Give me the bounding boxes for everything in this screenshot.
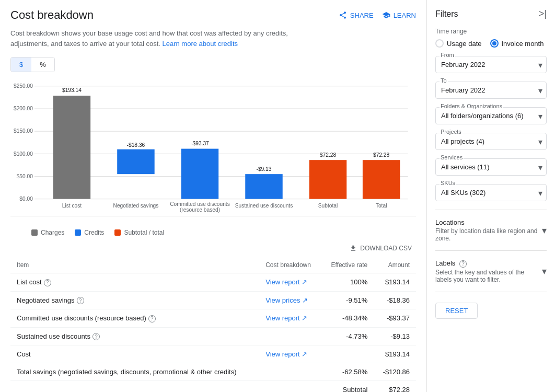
reset-button[interactable]: RESET — [435, 303, 478, 319]
skus-section: SKUs All SKUs (302) ▾ — [435, 184, 547, 201]
time-range-section: Time range Usage date Invoice month — [435, 28, 547, 48]
page-title: Cost breakdown — [10, 8, 94, 22]
table-section: DOWNLOAD CSV Item Cost breakdown Effecti… — [10, 243, 416, 392]
skus-label: SKUs — [440, 180, 456, 186]
to-section: To February 2022 ▾ — [435, 82, 547, 99]
skus-select[interactable]: All SKUs (302) — [435, 184, 547, 201]
bar-subtotal[interactable] — [309, 160, 346, 199]
svg-text:$200.00: $200.00 — [14, 105, 33, 111]
help-icon[interactable]: ? — [77, 297, 84, 304]
learn-button[interactable]: LEARN — [382, 11, 416, 19]
view-link[interactable]: View report ↗ — [265, 314, 307, 322]
labels-filter[interactable]: Labels ? Select the key and values of th… — [435, 257, 547, 285]
labels-chevron-icon: ▾ — [542, 266, 547, 277]
legend-credits: Credits — [75, 229, 104, 236]
cell-breakdown — [259, 363, 321, 381]
cost-table: Item Cost breakdown Effective rate Amoun… — [10, 257, 416, 392]
services-section: Services All services (11) ▾ — [435, 158, 547, 176]
legend-subtotal: Subtotal / total — [114, 229, 164, 236]
download-csv-button[interactable]: DOWNLOAD CSV — [345, 243, 416, 254]
cell-item: Cost — [10, 345, 259, 363]
col-rate: Effective rate — [321, 257, 374, 273]
subtotal-dot — [114, 229, 121, 236]
svg-text:Subtotal: Subtotal — [318, 202, 338, 209]
col-item: Item — [10, 257, 259, 273]
table-row: Committed use discounts (resource based)… — [10, 309, 416, 328]
cell-breakdown: View report ↗ — [259, 273, 321, 292]
cell-amount: -$18.36 — [374, 291, 416, 309]
table-header-row: Item Cost breakdown Effective rate Amoun… — [10, 257, 416, 273]
table-row: Negotiated savings?View prices ↗-9.51%-$… — [10, 291, 416, 309]
cell-breakdown: View report ↗ — [259, 345, 321, 363]
svg-text:$150.00: $150.00 — [14, 128, 33, 134]
header-actions: SHARE LEARN — [339, 11, 416, 19]
col-amount: Amount — [374, 257, 416, 273]
skus-select-wrapper: SKUs All SKUs (302) ▾ — [435, 184, 547, 201]
projects-section: Projects All projects (4) ▾ — [435, 133, 547, 150]
locations-filter[interactable]: Locations Filter by location data like r… — [435, 216, 547, 244]
cell-item: Committed use discounts (resource based)… — [10, 309, 259, 328]
cell-breakdown: View report ↗ — [259, 309, 321, 328]
svg-text:$193.14: $193.14 — [62, 86, 82, 93]
bar-negotiated-savings[interactable] — [117, 149, 154, 174]
collapse-icon[interactable]: >| — [539, 8, 547, 19]
bar-committed-discounts[interactable] — [181, 149, 218, 199]
credits-link[interactable]: Learn more about credits — [163, 40, 238, 48]
svg-text:-$18.36: -$18.36 — [127, 142, 145, 148]
svg-text:$0.00: $0.00 — [19, 195, 33, 202]
table-row: List cost?View report ↗100%$193.14 — [10, 273, 416, 292]
chart-area: $250.00 $200.00 $150.00 $100.00 $50.00 $… — [10, 80, 416, 216]
usage-date-option[interactable]: Usage date — [435, 39, 482, 48]
svg-text:List cost: List cost — [62, 202, 82, 209]
services-select[interactable]: All services (11) — [435, 158, 547, 176]
description: Cost breakdown shows your base usage cos… — [10, 28, 303, 49]
cell-rate — [321, 345, 374, 363]
dollar-toggle[interactable]: $ — [11, 57, 31, 72]
view-link[interactable]: View report ↗ — [265, 278, 307, 286]
labels-help-icon[interactable]: ? — [459, 260, 467, 268]
bar-total[interactable] — [363, 160, 400, 199]
to-select[interactable]: February 2022 — [435, 82, 547, 99]
projects-select[interactable]: All projects (4) — [435, 133, 547, 150]
from-select-wrapper: From February 2022 ▾ — [435, 56, 547, 73]
svg-text:-$93.37: -$93.37 — [191, 140, 209, 146]
from-select[interactable]: February 2022 — [435, 56, 547, 73]
charges-dot — [31, 229, 38, 236]
invoice-month-radio[interactable] — [490, 39, 499, 48]
bar-list-cost[interactable] — [53, 96, 90, 199]
services-label: Services — [440, 154, 464, 160]
cell-item: Negotiated savings? — [10, 291, 259, 309]
from-section: From February 2022 ▾ — [435, 56, 547, 73]
bar-sustained-discounts[interactable] — [245, 174, 282, 199]
svg-text:Committed use discounts: Committed use discounts — [170, 200, 230, 206]
usage-date-radio[interactable] — [435, 39, 444, 48]
sidebar-header: Filters >| — [435, 8, 547, 19]
subtotal-amount-cell: $72.28 — [374, 381, 416, 393]
time-range-radio-group: Usage date Invoice month — [435, 39, 547, 48]
svg-text:Sustained use discounts: Sustained use discounts — [235, 202, 293, 209]
view-link[interactable]: View prices ↗ — [265, 296, 308, 304]
share-button[interactable]: SHARE — [339, 11, 374, 19]
svg-text:$72.28: $72.28 — [320, 151, 336, 157]
cell-item: Sustained use discounts? — [10, 327, 259, 345]
view-link[interactable]: View report ↗ — [265, 350, 307, 358]
percent-toggle[interactable]: % — [31, 57, 54, 72]
legend-charges: Charges — [31, 229, 64, 236]
help-icon[interactable]: ? — [92, 333, 100, 340]
main-content: Cost breakdown SHARE LEARN Cost breakdow… — [0, 0, 427, 392]
locations-desc: Filter by location data like region and … — [435, 227, 542, 242]
help-icon[interactable]: ? — [148, 315, 156, 322]
projects-select-wrapper: Projects All projects (4) ▾ — [435, 133, 547, 150]
filter-divider-2 — [435, 250, 547, 251]
to-select-wrapper: To February 2022 ▾ — [435, 82, 547, 99]
cell-amount: -$93.37 — [374, 309, 416, 328]
subtotal-label-cell: Subtotal — [321, 381, 374, 393]
cell-amount: -$120.86 — [374, 363, 416, 381]
filter-divider-1 — [435, 210, 547, 210]
folders-select[interactable]: All folders/organizations (6) — [435, 107, 547, 124]
help-icon[interactable]: ? — [44, 279, 51, 286]
labels-desc: Select the key and values of the labels … — [435, 269, 542, 283]
chart-legend: Charges Credits Subtotal / total — [10, 225, 416, 238]
svg-text:(resource based): (resource based) — [180, 206, 220, 213]
invoice-month-option[interactable]: Invoice month — [490, 39, 544, 48]
